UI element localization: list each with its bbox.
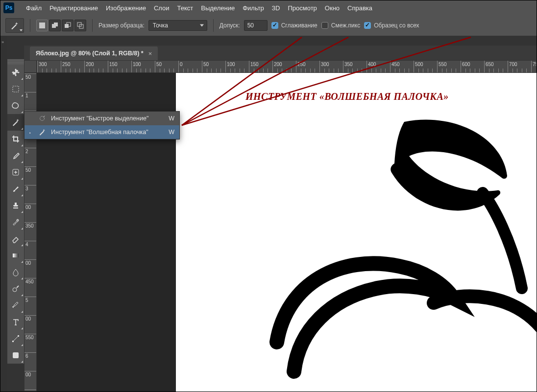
ruler-tick-label: 6 — [25, 391, 28, 392]
flyout-item[interactable]: Инструмент "Быстрое выделение"W — [24, 112, 179, 125]
selection-add[interactable] — [49, 20, 61, 31]
ruler-tick-label: 350 — [344, 62, 353, 67]
brush-icon — [11, 184, 20, 193]
menu-файл[interactable]: Файл — [22, 2, 46, 14]
ruler-tick-label: 4 — [25, 242, 28, 247]
tool-gradient[interactable] — [7, 247, 24, 264]
tool-wand[interactable] — [7, 114, 24, 131]
ruler-tick-label: 00 — [25, 316, 31, 322]
selection-intersect[interactable] — [74, 20, 86, 31]
horizontal-ruler[interactable]: 3002502001501005005010015020025030035040… — [37, 60, 537, 73]
panel-collapse-strip[interactable]: » — [0, 36, 7, 392]
ruler-tick-label: 250 — [297, 62, 306, 67]
menu-фильтр[interactable]: Фильтр — [239, 2, 268, 14]
photoshop-logo: Ps — [3, 2, 14, 13]
ruler-tick-label: 300 — [321, 62, 329, 67]
menu-окно[interactable]: Окно — [321, 2, 343, 14]
menu-редактирование[interactable]: Редактирование — [46, 2, 102, 14]
ruler-tick-label: 100 — [133, 62, 141, 67]
ruler-tick-label: 550 — [25, 335, 34, 340]
tool-dodge[interactable] — [7, 280, 24, 297]
document-tab[interactable]: Яблоко.jpg @ 80% (Слой 1, RGB/8) * × — [30, 46, 158, 60]
dodge-icon — [11, 284, 20, 293]
sample-all-checkbox[interactable]: Образец со всех — [364, 22, 419, 29]
menu-3d[interactable]: 3D — [268, 2, 284, 14]
ruler-tick-label: 550 — [439, 62, 447, 67]
tool-eyedrop[interactable] — [7, 147, 24, 164]
flyout-item[interactable]: Инструмент "Волшебная палочка"W — [24, 125, 179, 139]
menu-изображение[interactable]: Изображение — [102, 2, 150, 14]
selection-mode-group — [36, 20, 86, 31]
tool-shape[interactable] — [7, 347, 24, 364]
document-tab-title: Яблоко.jpg @ 80% (Слой 1, RGB/8) * — [36, 50, 144, 57]
toolbox — [7, 59, 24, 364]
toolbox-grip[interactable] — [7, 59, 24, 64]
quick-icon — [37, 115, 47, 122]
tool-brush[interactable] — [7, 181, 24, 197]
tool-preset-picker[interactable] — [5, 18, 24, 33]
ruler-tick-label: 700 — [509, 62, 517, 67]
ruler-tick-label: 100 — [227, 62, 235, 67]
tool-crop[interactable] — [7, 131, 24, 147]
divider — [30, 19, 30, 32]
document-canvas[interactable] — [176, 73, 537, 392]
ruler-origin[interactable] — [24, 60, 37, 73]
tool-path[interactable] — [7, 330, 24, 347]
selection-new[interactable] — [36, 20, 48, 31]
crop-icon — [11, 135, 20, 143]
ruler-tick-label: 50 — [25, 167, 31, 173]
ruler-tick-label: 450 — [25, 279, 34, 284]
ruler-tick-label: 750 — [533, 62, 537, 67]
close-tab-icon[interactable]: × — [148, 50, 152, 57]
checkbox-checked-icon — [271, 22, 278, 29]
type-icon — [11, 318, 20, 326]
tool-flyout-menu[interactable]: Инструмент "Быстрое выделение"WИнструмен… — [24, 111, 180, 139]
flyout-label: Инструмент "Быстрое выделение" — [51, 115, 165, 122]
ruler-tick-label: 50 — [25, 74, 31, 80]
tolerance-input[interactable]: 50 — [244, 20, 268, 31]
marquee-icon — [11, 85, 20, 93]
ruler-tick-label: 300 — [39, 62, 47, 67]
ruler-tick-label: 650 — [486, 62, 494, 67]
tool-eraser[interactable] — [7, 231, 24, 247]
svg-rect-12 — [18, 335, 19, 337]
ruler-tick-label: 3 — [25, 186, 28, 191]
flyout-shortcut: W — [169, 115, 174, 122]
tool-move[interactable] — [7, 64, 24, 81]
tool-lasso[interactable] — [7, 97, 24, 114]
selection-subtract[interactable] — [62, 20, 73, 31]
tool-history[interactable] — [7, 214, 24, 231]
stamp-icon — [11, 201, 20, 210]
history-icon — [11, 218, 20, 227]
ruler-tick-label: 5 — [25, 298, 28, 303]
tool-pen[interactable] — [7, 297, 24, 314]
svg-rect-13 — [13, 352, 19, 358]
active-indicator — [29, 129, 33, 136]
contiguous-checkbox[interactable]: Смеж.пикс — [321, 22, 360, 29]
ruler-tick-label: 450 — [391, 62, 400, 67]
menu-выделение[interactable]: Выделение — [197, 2, 239, 14]
lasso-icon — [11, 101, 20, 110]
antialias-checkbox[interactable]: Сглаживание — [271, 22, 317, 29]
menu-слои[interactable]: Слои — [150, 2, 173, 14]
ruler-tick-label: 500 — [415, 62, 423, 67]
menu-справка[interactable]: Справка — [343, 2, 376, 14]
flyout-label: Инструмент "Волшебная палочка" — [51, 129, 165, 136]
tool-type[interactable] — [7, 314, 24, 330]
svg-rect-6 — [13, 86, 19, 92]
menu-текст[interactable]: Текст — [173, 2, 197, 14]
ruler-tick-label: 50 — [156, 62, 162, 67]
antialias-label: Сглаживание — [281, 22, 317, 29]
tool-blur[interactable] — [7, 264, 24, 280]
apple-artwork — [247, 97, 537, 392]
path-icon — [11, 334, 20, 343]
expand-panels-icon: » — [1, 40, 4, 45]
ruler-tick-label: 200 — [86, 62, 94, 67]
menu-просмотр[interactable]: Просмотр — [284, 2, 320, 14]
document-tabs: Яблоко.jpg @ 80% (Слой 1, RGB/8) * × — [24, 46, 537, 60]
tool-marquee[interactable] — [7, 81, 24, 97]
sample-size-dropdown[interactable]: Точка — [148, 20, 207, 31]
tool-stamp[interactable] — [7, 197, 24, 214]
tool-heal[interactable] — [7, 164, 24, 181]
move-icon — [11, 68, 20, 77]
